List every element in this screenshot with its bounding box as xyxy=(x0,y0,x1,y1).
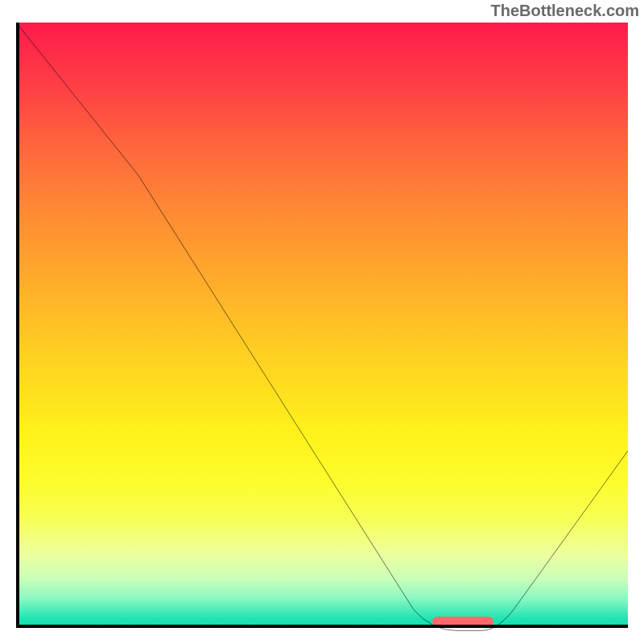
plot-area xyxy=(16,23,628,628)
curve-path xyxy=(16,23,628,630)
watermark-text: TheBottleneck.com xyxy=(491,2,639,20)
bottleneck-curve xyxy=(16,23,628,634)
